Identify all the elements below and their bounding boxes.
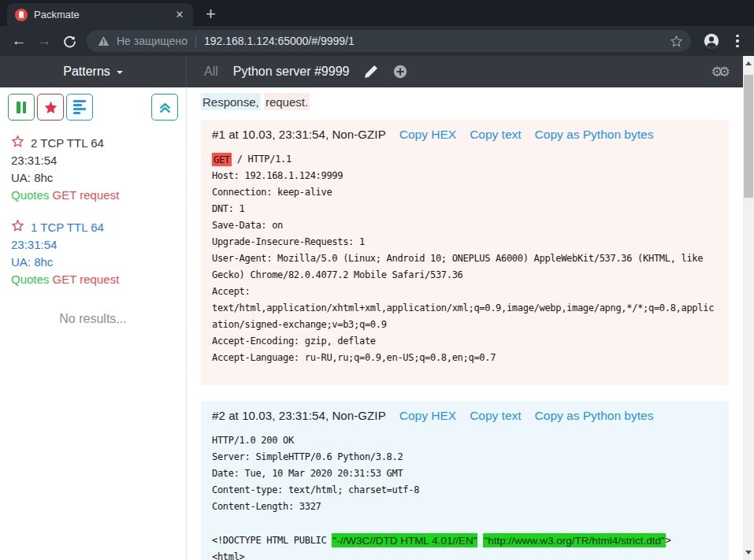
packet-body: HTTP/1.0 200 OKServer: SimpleHTTP/0.6 Py… — [212, 432, 718, 560]
stream-list-item[interactable]: 2 TCP TTL 6423:31:54UA: 8hcQuotes GET re… — [0, 128, 186, 212]
packet-line — [212, 515, 718, 532]
packet-text: Accept: text/html,application/xhtml+xml,… — [212, 286, 714, 330]
packet-line: Accept-Encoding: gzip, deflate — [212, 333, 718, 350]
packmate-app: Patterns All Python server #9999 ⚙⚙ — [0, 56, 754, 560]
pattern-match-highlight-red: GET — [212, 153, 232, 166]
app-header-left: Patterns — [0, 56, 187, 87]
browser-tab-packmate[interactable]: Packmate ✕ — [7, 3, 193, 26]
packet-text: Save-Data: on — [212, 220, 283, 231]
browser-tab-bar: Packmate ✕ + — [0, 0, 754, 26]
packet-text: DNT: 1 — [212, 203, 245, 214]
not-secure-warning-icon[interactable] — [98, 35, 110, 46]
packet-line: Server: SimpleHTTP/0.6 Python/3.8.2 — [212, 449, 718, 465]
kebab-menu-icon — [736, 35, 739, 38]
legend-chip-response: Response, — [201, 93, 261, 110]
packet-line: Accept: text/html,application/xhtml+xml,… — [212, 284, 718, 333]
main-legend: Response, request. — [187, 95, 743, 108]
stream-list: 2 TCP TTL 6423:31:54UA: 8hcQuotes GET re… — [0, 121, 186, 296]
packet-block-response: #2 at 10.03, 23:31:54, Non-GZIPCopy HEXC… — [201, 401, 729, 560]
packet-line: GET / HTTP/1.1 — [212, 151, 718, 168]
address-bar[interactable]: Не защищено 192.168.1.124:65000/#/9999/1 — [87, 30, 691, 52]
packet-text: Date: Tue, 10 Mar 2020 20:31:53 GMT — [212, 468, 403, 479]
stream-sidebar: 2 TCP TTL 6423:31:54UA: 8hcQuotes GET re… — [0, 87, 187, 560]
add-pattern-button[interactable] — [393, 65, 407, 79]
favorite-star-button[interactable] — [11, 135, 24, 152]
star-outline-icon — [11, 219, 24, 232]
list-icon — [73, 100, 86, 102]
browser-window: Packmate ✕ + ← → Не защищено 192.168.1.1… — [0, 0, 754, 560]
pause-icon — [17, 102, 20, 113]
browser-toolbar: ← → Не защищено 192.168.1.124:65000/#/99… — [0, 26, 754, 56]
scroll-down-icon — [745, 551, 752, 558]
packet-line: <html> — [212, 549, 718, 560]
pause-capture-button[interactable] — [8, 94, 35, 121]
stream-title: Python server #9999 — [233, 65, 350, 79]
forward-button[interactable]: → — [32, 28, 57, 54]
app-header: Patterns All Python server #9999 ⚙⚙ — [0, 56, 743, 87]
stream-entry-title-text: 1 TCP TTL 64 — [31, 219, 104, 236]
pattern-tag-green: Quotes — [11, 273, 49, 286]
caret-down-icon — [117, 71, 123, 77]
stream-entry-time: 23:31:54 — [11, 236, 175, 254]
packet-line: <!DOCTYPE HTML PUBLIC "-//W3C//DTD HTML … — [212, 532, 718, 549]
edit-stream-button[interactable] — [364, 65, 378, 79]
scroll-up-button[interactable] — [743, 57, 754, 69]
packet-text: > — [666, 535, 671, 546]
stream-entry-user-agent: UA: 8hc — [11, 169, 175, 187]
packet-line: Content-type: text/html; charset=utf-8 — [212, 482, 718, 499]
copy-action-link[interactable]: Copy text — [470, 409, 521, 423]
packet-line: User-Agent: Mozilla/5.0 (Linux; Android … — [212, 250, 718, 284]
stream-entry-tags: Quotes GET request — [11, 187, 175, 204]
packet-line: Date: Tue, 10 Mar 2020 20:31:53 GMT — [212, 465, 718, 482]
url-text: 192.168.1.124:65000/#/9999/1 — [204, 35, 663, 47]
new-tab-button[interactable]: + — [206, 6, 216, 22]
collapse-all-button[interactable] — [151, 94, 178, 121]
packet-line: Connection: keep-alive — [212, 184, 718, 201]
packet-text: / HTTP/1.1 — [232, 154, 292, 165]
not-secure-label: Не защищено — [117, 35, 188, 47]
back-button[interactable]: ← — [6, 28, 32, 54]
packet-text: Accept-Language: ru-RU,ru;q=0.9,en-US;q=… — [212, 352, 496, 363]
copy-action-link[interactable]: Copy HEX — [399, 409, 456, 423]
pattern-tag-red: GET request — [53, 273, 120, 286]
browser-menu-button[interactable] — [727, 28, 748, 54]
page-scrollbar[interactable] — [743, 56, 754, 560]
copy-action-link[interactable]: Copy HEX — [399, 128, 456, 142]
pattern-tag-green: Quotes — [11, 188, 49, 202]
packet-text: Content-type: text/html; charset=utf-8 — [212, 484, 419, 495]
packet-line: Accept-Language: ru-RU,ru;q=0.9,en-US;q=… — [212, 350, 718, 366]
packet-line: HTTP/1.0 200 OK — [212, 432, 718, 449]
scrollbar-thumb[interactable] — [744, 75, 753, 198]
patterns-dropdown[interactable]: Patterns — [63, 65, 123, 79]
stream-list-item[interactable]: 1 TCP TTL 6423:31:54UA: 8hcQuotes GET re… — [0, 212, 186, 296]
packet-line: Host: 192.168.1.124:9999 — [212, 168, 718, 184]
copy-action-link[interactable]: Copy text — [470, 128, 521, 142]
settings-button[interactable]: ⚙⚙ — [711, 64, 726, 80]
packet-line: Save-Data: on — [212, 217, 718, 234]
packet-text: Content-Length: 3327 — [212, 501, 321, 512]
reload-icon — [63, 35, 76, 48]
favorite-star-button[interactable] — [11, 219, 24, 236]
packet-line: DNT: 1 — [212, 201, 718, 217]
plus-circle-icon — [393, 65, 407, 79]
pencil-icon — [364, 65, 378, 79]
all-streams-link[interactable]: All — [204, 65, 218, 79]
app-header-main: All Python server #9999 ⚙⚙ — [187, 56, 743, 87]
reload-button[interactable] — [57, 28, 82, 54]
close-tab-icon[interactable]: ✕ — [173, 8, 187, 22]
favorites-filter-button[interactable] — [37, 94, 64, 121]
bookmark-star-icon — [670, 35, 683, 47]
copy-action-link[interactable]: Copy as Python bytes — [535, 128, 654, 142]
profile-button[interactable] — [699, 28, 724, 54]
pattern-tag-red: GET request — [53, 188, 120, 202]
copy-action-link[interactable]: Copy as Python bytes — [535, 409, 654, 423]
bookmark-star-button[interactable] — [670, 35, 683, 47]
sidebar-toolbar — [0, 94, 186, 121]
packet-text: Connection: keep-alive — [212, 187, 332, 198]
scroll-down-button[interactable] — [743, 547, 754, 558]
packet-text: <!DOCTYPE HTML PUBLIC — [212, 535, 332, 546]
double-chevron-up-icon — [158, 101, 172, 114]
packet-text: Upgrade-Insecure-Requests: 1 — [212, 236, 365, 247]
star-icon — [43, 100, 58, 114]
list-view-button[interactable] — [66, 94, 93, 121]
